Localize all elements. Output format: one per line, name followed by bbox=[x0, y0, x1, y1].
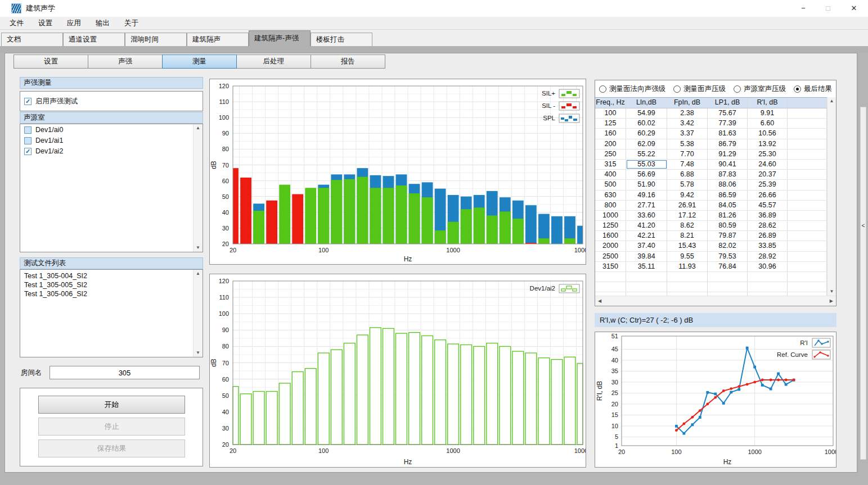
table-cell[interactable]: 45.57 bbox=[748, 201, 788, 210]
table-cell[interactable]: 51.90 bbox=[626, 180, 667, 189]
table-cell[interactable]: 2000 bbox=[595, 241, 626, 251]
subtab-2[interactable]: 测量 bbox=[162, 55, 237, 69]
test-file-item-2[interactable]: Test 1_305-006_SI2 bbox=[20, 289, 203, 298]
table-cell[interactable]: 79.53 bbox=[708, 252, 748, 261]
radio-option-1[interactable]: 测量面声压级 bbox=[673, 84, 726, 94]
table-cell[interactable]: 11.93 bbox=[667, 262, 708, 271]
table-cell[interactable]: 87.83 bbox=[708, 170, 748, 179]
table-cell[interactable]: 42.21 bbox=[626, 231, 667, 241]
table-cell[interactable]: 800 bbox=[595, 201, 626, 210]
action-button-2[interactable]: 保存结果 bbox=[38, 439, 185, 457]
column-header-1[interactable]: LIn,dB bbox=[626, 98, 667, 108]
subtab-1[interactable]: 声强 bbox=[88, 55, 163, 69]
column-header-4[interactable]: R'I, dB bbox=[748, 98, 788, 108]
table-cell[interactable]: 30.96 bbox=[748, 262, 788, 271]
table-cell[interactable]: 100 bbox=[595, 108, 626, 118]
table-cell[interactable]: 41.20 bbox=[626, 221, 667, 230]
table-cell[interactable]: 80.59 bbox=[708, 221, 748, 230]
table-cell[interactable]: 200 bbox=[595, 139, 626, 149]
table-hscrollbar[interactable]: ◀ ▶ bbox=[595, 296, 836, 306]
table-cell[interactable]: 28.92 bbox=[748, 252, 788, 261]
scroll-down-icon[interactable]: ▼ bbox=[196, 351, 200, 355]
table-cell[interactable]: 13.92 bbox=[748, 139, 788, 149]
source-room-item-2[interactable]: ✓Dev1/ai2 bbox=[20, 146, 203, 156]
scroll-down-icon[interactable]: ▼ bbox=[830, 289, 834, 294]
source-room-item-1[interactable]: Dev1/ai1 bbox=[20, 135, 203, 146]
table-cell[interactable]: 49.16 bbox=[626, 191, 667, 200]
table-cell[interactable]: 81.63 bbox=[708, 129, 748, 138]
table-cell[interactable]: 24.60 bbox=[748, 160, 788, 169]
table-vscrollbar[interactable]: ▲ ▼ bbox=[827, 97, 836, 296]
table-cell[interactable]: 60.29 bbox=[626, 129, 667, 138]
table-cell[interactable]: 86.79 bbox=[708, 139, 748, 149]
table-cell[interactable]: 75.67 bbox=[708, 108, 748, 118]
menu-item-2[interactable]: 应用 bbox=[60, 19, 88, 28]
scroll-right-icon[interactable]: ▶ bbox=[830, 298, 833, 303]
table-cell[interactable]: 10.56 bbox=[748, 129, 788, 138]
maximize-button[interactable]: □ bbox=[818, 0, 838, 17]
table-cell[interactable]: 26.89 bbox=[748, 231, 788, 241]
test-file-item-1[interactable]: Test 1_305-005_SI2 bbox=[20, 280, 203, 289]
scroll-up-icon[interactable]: ▲ bbox=[196, 271, 200, 276]
tab-5[interactable]: 楼板打击 bbox=[311, 33, 372, 46]
table-cell[interactable]: 160 bbox=[595, 129, 626, 138]
checkbox-unchecked-icon[interactable] bbox=[24, 137, 32, 144]
table-cell[interactable]: 17.12 bbox=[667, 211, 708, 220]
column-header-3[interactable]: LP1, dB bbox=[708, 98, 748, 108]
subtab-4[interactable]: 报告 bbox=[311, 55, 385, 69]
table-cell[interactable]: 8.62 bbox=[667, 221, 708, 230]
table-cell[interactable]: 125 bbox=[595, 119, 626, 128]
table-cell[interactable]: 7.48 bbox=[667, 160, 708, 169]
table-cell[interactable]: 36.89 bbox=[748, 211, 788, 220]
table-cell[interactable]: 400 bbox=[595, 170, 626, 179]
table-cell[interactable]: 5.38 bbox=[667, 139, 708, 149]
table-cell[interactable]: 91.29 bbox=[708, 149, 748, 159]
table-cell[interactable]: 33.85 bbox=[748, 241, 788, 251]
action-button-1[interactable]: 停止 bbox=[38, 418, 185, 436]
table-cell[interactable]: 250 bbox=[595, 149, 626, 159]
table-cell[interactable]: 55.03 bbox=[626, 160, 667, 169]
table-cell[interactable]: 35.11 bbox=[626, 262, 667, 271]
tab-2[interactable]: 混响时间 bbox=[125, 33, 187, 46]
panel-collapse-handle[interactable]: < bbox=[860, 107, 866, 460]
room-name-input[interactable] bbox=[50, 366, 200, 379]
table-cell[interactable]: 88.06 bbox=[708, 180, 748, 189]
test-file-scrollbar[interactable]: ▲ ▼ bbox=[193, 270, 203, 357]
menu-item-0[interactable]: 文件 bbox=[2, 19, 31, 28]
minimize-button[interactable]: − bbox=[794, 0, 813, 17]
table-cell[interactable]: 39.84 bbox=[626, 252, 667, 261]
table-cell[interactable]: 81.26 bbox=[708, 211, 748, 220]
table-cell[interactable]: 77.39 bbox=[708, 119, 748, 128]
table-cell[interactable]: 82.02 bbox=[708, 241, 748, 251]
tab-4[interactable]: 建筑隔声-声强 bbox=[249, 30, 311, 46]
source-room-item-0[interactable]: Dev1/ai0 bbox=[20, 124, 203, 135]
table-cell[interactable]: 2500 bbox=[595, 252, 626, 261]
table-cell[interactable]: 76.84 bbox=[708, 262, 748, 271]
table-cell[interactable]: 28.62 bbox=[748, 221, 788, 230]
table-cell[interactable]: 54.99 bbox=[626, 108, 667, 118]
subtab-0[interactable]: 设置 bbox=[14, 55, 88, 69]
tab-3[interactable]: 建筑隔声 bbox=[187, 33, 249, 46]
subtab-3[interactable]: 后处理 bbox=[236, 55, 311, 69]
radio-option-2[interactable]: 声源室声压级 bbox=[734, 84, 786, 94]
table-cell[interactable]: 56.69 bbox=[626, 170, 667, 179]
scroll-left-icon[interactable]: ◀ bbox=[598, 298, 601, 303]
table-cell[interactable]: 5.78 bbox=[667, 180, 708, 189]
table-cell[interactable]: 3.42 bbox=[667, 119, 708, 128]
table-cell[interactable]: 25.39 bbox=[748, 180, 788, 189]
table-cell[interactable]: 1600 bbox=[595, 231, 626, 241]
table-cell[interactable]: 33.60 bbox=[626, 211, 667, 220]
table-cell[interactable]: 1250 bbox=[595, 221, 626, 230]
radio-icon[interactable] bbox=[599, 85, 606, 93]
close-button[interactable]: ✕ bbox=[844, 0, 863, 17]
table-cell[interactable]: 90.41 bbox=[708, 160, 748, 169]
menu-item-3[interactable]: 输出 bbox=[88, 19, 117, 28]
table-cell[interactable]: 25.30 bbox=[748, 149, 788, 159]
table-cell[interactable]: 15.43 bbox=[667, 241, 708, 251]
radio-option-3[interactable]: 最后结果 bbox=[794, 84, 832, 94]
enable-intensity-checkbox-row[interactable]: ✓ 启用声强测试 bbox=[20, 92, 203, 107]
table-cell[interactable]: 79.87 bbox=[708, 231, 748, 241]
table-cell[interactable]: 55.22 bbox=[626, 149, 667, 159]
column-header-2[interactable]: FpIn, dB bbox=[667, 98, 708, 108]
table-cell[interactable]: 3.37 bbox=[667, 129, 708, 138]
